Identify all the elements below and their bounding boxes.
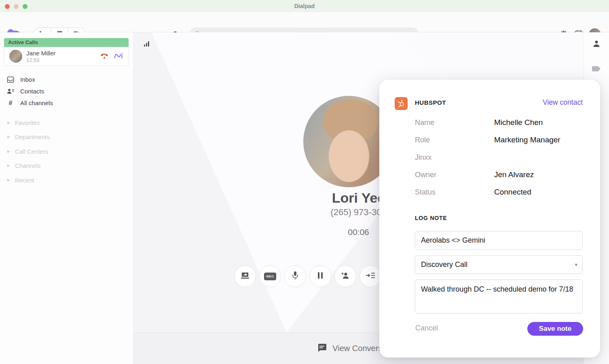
sidebar-group-label: Favorites [15, 119, 40, 126]
screen-share-button[interactable] [234, 265, 256, 287]
note-type-select[interactable]: Discovery Call ▾ [415, 255, 583, 274]
caller-avatar [9, 50, 22, 63]
chevron-right-icon: ▶ [7, 121, 10, 125]
integration-name: HUBSPOT [415, 99, 446, 106]
hold-button[interactable] [309, 265, 331, 287]
transfer-icon [366, 272, 375, 281]
cancel-button[interactable]: Cancel [415, 324, 438, 332]
sidebar-group-label: Recent [15, 177, 34, 184]
sidebar-item-label: All channels [20, 99, 53, 106]
sidebar-item-label: Inbox [20, 76, 35, 83]
window-title: Dialpad [0, 0, 609, 12]
sidebar-group-label: Departments [15, 133, 50, 140]
note-title-input[interactable] [415, 231, 583, 250]
field-value: Marketing Manager [494, 135, 560, 144]
transfer-button[interactable] [359, 265, 381, 287]
rec-icon: REC [264, 273, 276, 280]
chevron-right-icon: ▶ [7, 135, 10, 139]
field-label: Jinxx [415, 153, 431, 162]
field-label: Role [415, 136, 430, 144]
chevron-right-icon: ▶ [7, 163, 10, 167]
sidebar-item-all-channels[interactable]: # All channels [0, 97, 133, 109]
hubspot-card: HUBSPOT View contact Name Michelle Chen … [379, 80, 600, 358]
sidebar-group-channels[interactable]: ▶ Channels [0, 159, 133, 171]
field-value: Michelle Chen [494, 118, 543, 127]
log-note-heading: LOG NOTE [415, 215, 447, 221]
chevron-right-icon: ▶ [7, 178, 10, 182]
hubspot-logo-icon [395, 97, 408, 110]
contacts-icon [6, 88, 15, 94]
field-label: Name [415, 119, 434, 127]
field-row-owner: Owner Jen Alvarez [415, 167, 583, 184]
view-contact-link[interactable]: View contact [543, 98, 583, 107]
caller-name: Jane Miller [26, 50, 56, 57]
inbox-icon [6, 76, 15, 83]
titlebar: Dialpad [0, 0, 609, 12]
record-button[interactable]: REC [259, 265, 281, 287]
sidebar: Active Calls Jane Miller 12:53 [0, 32, 133, 364]
conversation-icon [317, 343, 327, 354]
active-call-item[interactable]: Jane Miller 12:53 [4, 47, 129, 66]
sidebar-group-departments[interactable]: ▶ Departments [0, 131, 133, 143]
tag-icon [592, 65, 601, 74]
toolbar: ← → ↻ ⚙ [0, 12, 609, 32]
field-value: Connected [494, 188, 531, 197]
mute-button[interactable] [284, 265, 306, 287]
call-duration: 12:53 [26, 57, 56, 63]
save-note-button[interactable]: Save note [527, 322, 583, 336]
call-controls: REC [234, 265, 381, 287]
field-row-role: Role Marketing Manager [415, 132, 583, 149]
sidebar-group-label: Channels [15, 162, 40, 169]
field-label: Status [415, 188, 436, 197]
active-calls-panel: Active Calls Jane Miller 12:53 [4, 38, 129, 66]
person-icon [592, 40, 601, 50]
add-person-icon [341, 272, 350, 281]
label-button[interactable] [590, 63, 603, 76]
field-row-jinxx: Jinxx [415, 149, 583, 167]
sidebar-group-call-centers[interactable]: ▶ Call Centers [0, 145, 133, 157]
sidebar-group-recent[interactable]: ▶ Recent [0, 174, 133, 186]
chevron-right-icon: ▶ [7, 149, 10, 153]
add-participant-button[interactable] [334, 265, 356, 287]
field-label: Owner [415, 171, 436, 179]
hash-icon: # [9, 99, 13, 107]
sidebar-group-label: Call Centers [15, 148, 49, 155]
dialpad-window: Dialpad [0, 0, 609, 364]
chevron-down-icon: ▾ [575, 262, 577, 268]
hang-up-icon[interactable] [100, 51, 109, 61]
note-body-textarea[interactable]: Walked through DC -- scheduled demo for … [415, 279, 583, 313]
note-type-value: Discovery Call [421, 260, 467, 269]
contact-profile-button[interactable] [590, 38, 603, 52]
screen-share-icon [241, 272, 250, 281]
dialpad-ai-icon[interactable] [114, 51, 123, 61]
sidebar-item-contacts[interactable]: Contacts [0, 85, 133, 97]
sidebar-item-label: Contacts [20, 88, 44, 95]
sidebar-item-inbox[interactable]: Inbox [0, 74, 133, 85]
active-calls-header: Active Calls [4, 38, 129, 47]
microphone-icon [292, 271, 298, 281]
pause-icon [317, 272, 323, 281]
field-row-status: Status Connected [415, 184, 583, 201]
call-quality-icon[interactable] [144, 41, 149, 47]
field-value: Jen Alvarez [494, 170, 534, 179]
field-row-name: Name Michelle Chen [415, 114, 583, 132]
sidebar-group-favorites[interactable]: ▶ Favorites [0, 116, 133, 129]
